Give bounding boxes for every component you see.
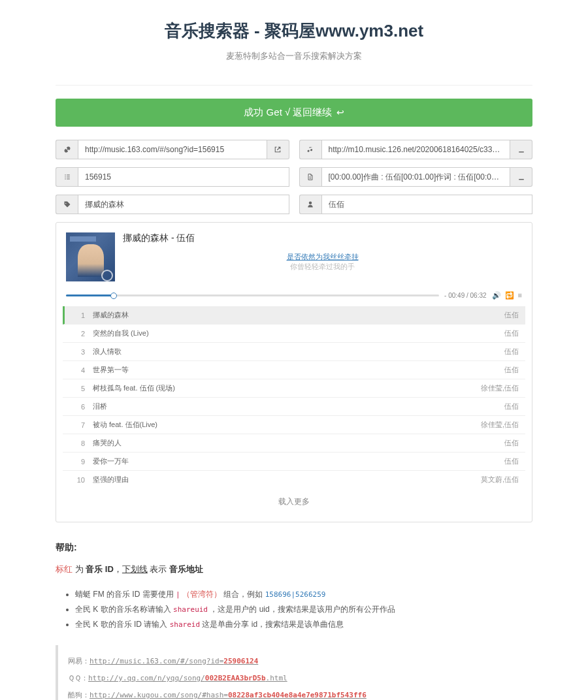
playlist-item[interactable]: 2突然的自我 (Live)伍佰 [63,325,525,343]
id-field [56,167,289,187]
page-title: 音乐搜索器 - 聚码屋www.ym3.net [56,20,532,42]
user-icon [299,195,321,214]
playlist-item[interactable]: 10坚强的理由莫文蔚,伍佰 [63,471,525,488]
open-external-icon[interactable] [267,140,289,159]
url-field [56,140,289,159]
help-section: 帮助: 标红 为 音乐 ID，下划线 表示 音乐地址 蜻蜓 FM 的音乐 ID … [56,542,532,700]
player-lyric: 是否依然为我丝丝牵挂 你曾轻轻牵过我的手 [123,252,522,272]
page-subtitle: 麦葱特制多站合一音乐搜索解决方案 [56,50,532,62]
success-text: 成功 Get √ 返回继续 [244,106,335,118]
loop-icon[interactable]: 🔁 [505,291,514,300]
menu-icon[interactable]: ≡ [518,291,522,300]
playlist-item[interactable]: 4世界第一等伍佰 [63,361,525,379]
volume-icon[interactable]: 🔊 [492,291,501,300]
name-field [56,195,289,214]
example-row: ＱＱ：http://y.qq.com/n/yqq/song/002B2EAA3b… [68,670,523,687]
artist-field [299,195,533,214]
url-examples: 网易：http://music.163.com/#/song?id=259061… [56,645,532,700]
mp3-field [299,140,533,159]
example-row: 酷狗：http://www.kugou.com/song/#hash=08228… [68,687,523,700]
playlist: 1挪威的森林伍佰2突然的自我 (Live)伍佰3浪人情歌伍佰4世界第一等伍佰5树… [63,306,525,488]
download-icon[interactable] [510,140,532,159]
help-item: 全民 K 歌的音乐名称请输入 shareuid ，这是用户的 uid，搜索结果是… [75,602,532,617]
id-input[interactable] [78,167,289,187]
progress-bar[interactable] [66,294,439,296]
help-item: 蜻蜓 FM 的音乐 ID 需要使用 | （管湾符） 组合，例如 158696|5… [75,587,532,602]
playlist-item[interactable]: 1挪威的森林伍佰 [63,306,525,325]
playlist-item[interactable]: 8痛哭的人伍佰 [63,434,525,453]
page-header: 音乐搜索器 - 聚码屋www.ym3.net 麦葱特制多站合一音乐搜索解决方案 [56,0,532,75]
lrc-input[interactable] [321,167,511,187]
progress-time: - 00:49 / 06:32 [444,292,487,299]
playlist-item[interactable]: 7被动 feat. 伍佰(Live)徐佳莹,伍佰 [63,416,525,434]
divider [56,85,532,86]
help-title: 帮助: [56,542,532,554]
music-icon [299,140,321,159]
player: 挪威的森林 - 伍佰 是否依然为我丝丝牵挂 你曾轻轻牵过我的手 - 00:49 … [56,222,532,522]
load-more-button[interactable]: 载入更多 [63,488,525,515]
link-icon [56,140,78,159]
url-input[interactable] [78,140,267,159]
help-legend: 标红 为 音乐 ID，下划线 表示 音乐地址 [56,564,532,575]
artist-input[interactable] [321,195,533,214]
success-banner[interactable]: 成功 Get √ 返回继续 ↩ [56,99,532,127]
playlist-item[interactable]: 9爱你一万年伍佰 [63,453,525,471]
list-icon [56,167,78,187]
playlist-item[interactable]: 5树枝孤鸟 feat. 伍佰 (现场)徐佳莹,伍佰 [63,379,525,398]
download-icon[interactable] [510,167,532,187]
mp3-input[interactable] [321,140,511,159]
reply-icon: ↩ [336,107,344,118]
file-icon [299,167,321,187]
example-row: 网易：http://music.163.com/#/song?id=259061… [68,653,523,670]
lrc-field [299,167,533,187]
album-art [66,232,115,281]
help-item: 全民 K 歌的音乐 ID 请输入 shareid 这是单曲分享 id，搜索结果是… [75,617,532,632]
tag-icon [56,195,78,214]
playlist-item[interactable]: 3浪人情歌伍佰 [63,343,525,361]
name-input[interactable] [78,195,289,214]
playlist-item[interactable]: 6泪桥伍佰 [63,398,525,416]
player-title: 挪威的森林 - 伍佰 [123,232,522,244]
